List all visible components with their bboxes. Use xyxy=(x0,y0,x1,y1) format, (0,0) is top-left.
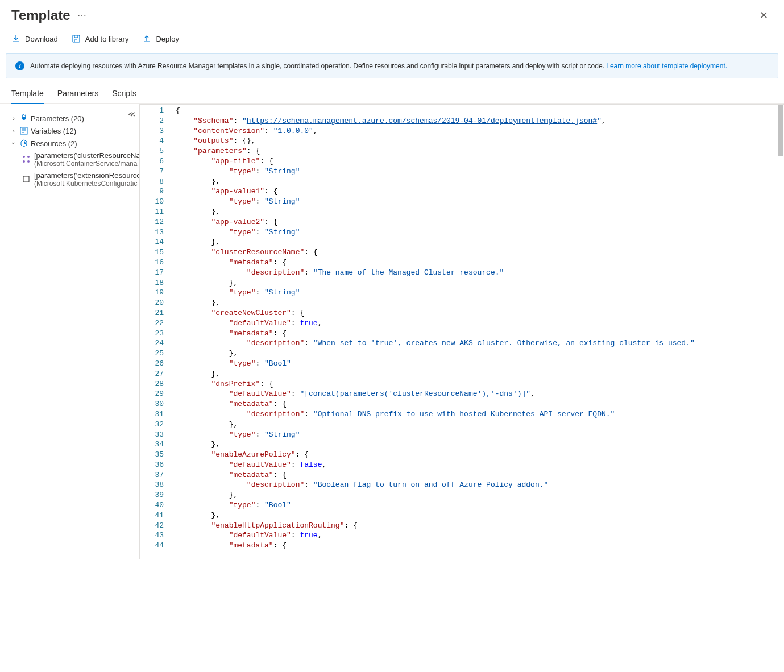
download-label: Download xyxy=(25,35,58,43)
close-icon[interactable]: ✕ xyxy=(755,7,773,24)
chevron-right-icon: › xyxy=(10,127,17,134)
tab-parameters[interactable]: Parameters xyxy=(57,89,98,103)
svg-point-3 xyxy=(23,156,25,158)
code-editor[interactable]: 1234567891011121314151617181920212223242… xyxy=(139,104,784,559)
tree-resource-item[interactable]: [parameters('clusterResourceName (Micros… xyxy=(22,150,139,169)
tab-scripts[interactable]: Scripts xyxy=(112,89,136,103)
tree-label: Variables (12) xyxy=(31,127,76,135)
download-button[interactable]: Download xyxy=(11,34,58,43)
tree-resource-item[interactable]: [parameters('extensionResourceNa (Micros… xyxy=(22,169,139,189)
svg-point-6 xyxy=(27,160,30,163)
info-text: Automate deploying resources with Azure … xyxy=(30,62,606,70)
extension-icon xyxy=(22,175,31,184)
tree-item-sub: (Microsoft.KubernetesConfiguratic xyxy=(34,180,139,188)
tree-item-title: [parameters('extensionResourceNa xyxy=(34,171,139,180)
svg-rect-0 xyxy=(73,35,80,42)
tree-label: Resources (2) xyxy=(31,139,77,148)
variables-icon xyxy=(19,126,28,135)
tab-template[interactable]: Template xyxy=(11,89,44,103)
save-icon xyxy=(72,34,81,43)
svg-point-4 xyxy=(27,156,30,158)
more-icon[interactable]: ⋯ xyxy=(77,10,86,21)
tree-item-title: [parameters('clusterResourceName xyxy=(34,151,139,160)
chevron-down-icon: › xyxy=(10,140,17,147)
tree-label: Parameters (20) xyxy=(31,114,84,123)
cluster-icon xyxy=(22,155,31,164)
chevron-right-icon: › xyxy=(10,115,17,122)
download-icon xyxy=(11,34,20,43)
page-title: Template xyxy=(11,7,70,23)
info-icon: i xyxy=(15,61,24,70)
add-to-library-label: Add to library xyxy=(85,35,129,43)
learn-more-link[interactable]: Learn more about template deployment. xyxy=(606,62,727,70)
add-to-library-button[interactable]: Add to library xyxy=(72,34,129,43)
tree-panel: ≪ › Parameters (20) › Variables (12) › R… xyxy=(0,104,139,559)
tree-item-sub: (Microsoft.ContainerService/mana xyxy=(34,160,139,168)
scrollbar-thumb[interactable] xyxy=(778,105,783,156)
deploy-button[interactable]: Deploy xyxy=(142,34,179,43)
deploy-label: Deploy xyxy=(156,35,179,43)
svg-rect-7 xyxy=(23,176,29,182)
deploy-icon xyxy=(142,34,151,43)
code-area[interactable]: { "$schema": "https://schema.management.… xyxy=(171,105,784,559)
info-banner: i Automate deploying resources with Azur… xyxy=(6,53,778,78)
vertical-scrollbar[interactable] xyxy=(776,105,784,559)
collapse-panel-icon[interactable]: ≪ xyxy=(128,110,136,118)
tree-node-parameters[interactable]: › Parameters (20) xyxy=(10,112,139,125)
parameters-icon xyxy=(19,114,28,123)
line-gutter: 1234567891011121314151617181920212223242… xyxy=(140,105,171,559)
resources-icon xyxy=(19,139,28,148)
svg-point-5 xyxy=(23,160,25,163)
tree-node-variables[interactable]: › Variables (12) xyxy=(10,125,139,137)
tree-node-resources[interactable]: › Resources (2) xyxy=(10,137,139,150)
